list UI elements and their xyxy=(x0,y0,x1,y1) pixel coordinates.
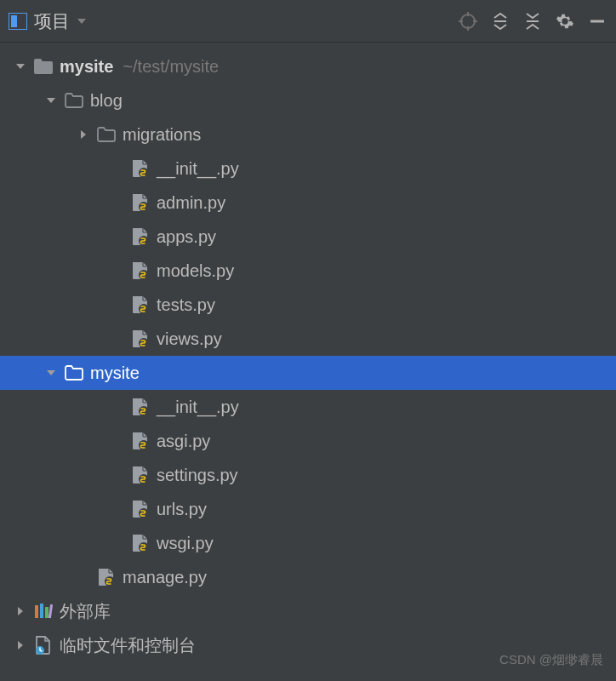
chevron-down-icon[interactable] xyxy=(43,364,60,381)
folder-icon xyxy=(64,90,84,111)
expand-all-icon[interactable] xyxy=(490,11,510,31)
tree-item-label: __init__.py xyxy=(157,159,239,179)
tree-item-label: asgi.py xyxy=(157,432,210,451)
tree-item-label: __init__.py xyxy=(157,398,239,417)
chevron-down-icon[interactable] xyxy=(43,92,60,109)
tree-item[interactable]: tests.py xyxy=(0,288,616,322)
project-label[interactable]: 项目 xyxy=(34,9,70,33)
project-panel-icon xyxy=(9,13,27,30)
pyfile-icon xyxy=(130,295,151,315)
tree-item-label: manage.py xyxy=(123,568,207,587)
svg-rect-23 xyxy=(40,604,43,618)
pyfile-icon xyxy=(130,431,151,451)
chevron-right-icon[interactable] xyxy=(12,603,29,620)
folder-icon xyxy=(64,363,84,383)
toolbar-right xyxy=(458,11,607,31)
pyfile-icon xyxy=(130,533,151,553)
svg-rect-24 xyxy=(45,607,48,618)
pyfile-icon xyxy=(130,260,151,281)
chevron-down-icon[interactable] xyxy=(12,58,29,75)
tree-item[interactable]: urls.py xyxy=(0,492,616,526)
tree-item[interactable]: mysite xyxy=(0,356,616,390)
libs-icon xyxy=(33,601,54,621)
tree-item-path: ~/test/mysite xyxy=(123,57,219,77)
tree-item[interactable]: blog xyxy=(0,83,616,117)
tree-item-label: tests.py xyxy=(157,295,215,315)
tree-item[interactable]: settings.py xyxy=(0,458,616,492)
tree-item-label: settings.py xyxy=(157,466,238,485)
scratch-icon xyxy=(33,635,54,655)
pyfile-icon xyxy=(130,192,151,213)
collapse-all-icon[interactable] xyxy=(522,11,543,31)
tree-item[interactable]: __init__.py xyxy=(0,152,616,186)
project-tree[interactable]: mysite~/test/mysiteblogmigrations__init_… xyxy=(0,43,616,662)
tree-item-label: migrations xyxy=(123,125,201,145)
pyfile-icon xyxy=(130,465,151,485)
tree-item-label: mysite xyxy=(90,363,140,383)
locate-icon[interactable] xyxy=(458,11,478,31)
tree-item[interactable]: admin.py xyxy=(0,186,616,220)
pyfile-icon xyxy=(130,499,151,519)
tree-item-label: apps.py xyxy=(157,227,216,247)
tree-item[interactable]: __init__.py xyxy=(0,390,616,424)
tree-item[interactable]: wsgi.py xyxy=(0,526,616,560)
svg-rect-1 xyxy=(11,15,17,27)
tree-item-label: blog xyxy=(90,91,123,111)
svg-point-2 xyxy=(461,14,475,28)
pyfile-icon xyxy=(130,158,151,179)
project-toolbar: 项目 xyxy=(0,0,616,43)
project-dropdown-icon[interactable] xyxy=(77,14,87,29)
gear-icon[interactable] xyxy=(555,11,575,31)
tree-item[interactable]: views.py xyxy=(0,322,616,356)
tree-item-label: admin.py xyxy=(157,193,225,213)
tree-item[interactable]: apps.py xyxy=(0,220,616,254)
tree-item[interactable]: manage.py xyxy=(0,560,616,594)
tree-item[interactable]: mysite~/test/mysite xyxy=(0,49,616,83)
tree-item-label: 临时文件和控制台 xyxy=(60,634,196,657)
pyfile-icon xyxy=(96,567,117,587)
tree-item-label: views.py xyxy=(157,329,222,349)
pyfile-icon xyxy=(130,226,151,247)
tree-item[interactable]: migrations xyxy=(0,117,616,152)
chevron-right-icon[interactable] xyxy=(75,126,92,143)
toolbar-left: 项目 xyxy=(9,9,87,33)
tree-item-label: urls.py xyxy=(157,500,207,519)
tree-item-label: 外部库 xyxy=(60,600,111,623)
pyfile-icon xyxy=(130,397,151,417)
svg-rect-22 xyxy=(35,605,38,618)
tree-item[interactable]: 外部库 xyxy=(0,594,616,628)
svg-rect-25 xyxy=(48,604,53,618)
folder-solid-icon xyxy=(33,56,54,77)
tree-item-label: mysite xyxy=(60,57,113,77)
tree-item-label: wsgi.py xyxy=(157,534,214,553)
tree-item-label: models.py xyxy=(157,261,234,281)
folder-icon xyxy=(96,124,117,145)
tree-item[interactable]: models.py xyxy=(0,254,616,288)
tree-item[interactable]: asgi.py xyxy=(0,424,616,458)
watermark: CSDN @烟缈睿晨 xyxy=(499,652,603,668)
chevron-right-icon[interactable] xyxy=(12,637,29,654)
pyfile-icon xyxy=(130,329,151,349)
minimize-icon[interactable] xyxy=(587,11,607,31)
